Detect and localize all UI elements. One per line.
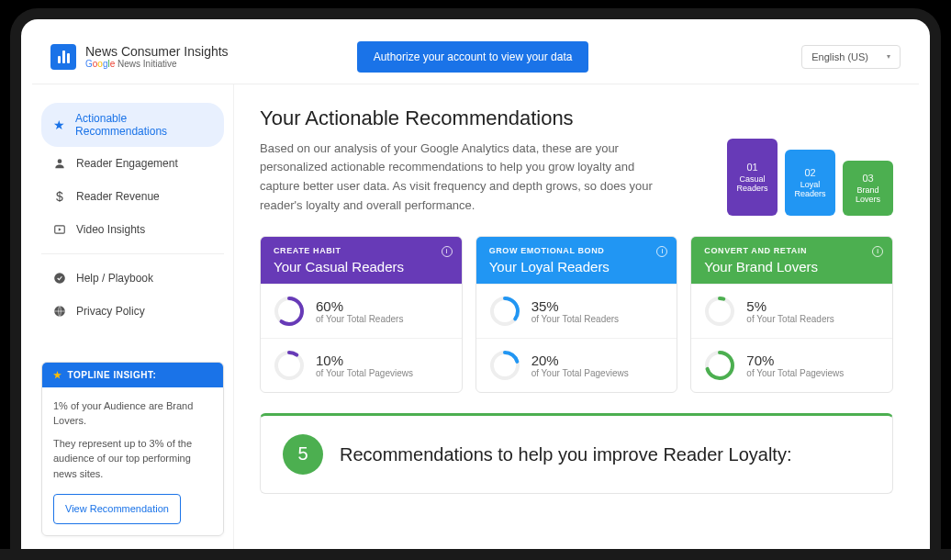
segment-tiles: 01Casual Readers 02Loyal Readers 03Brand… [727, 106, 893, 216]
stat-value: 60% [316, 298, 403, 314]
segment-cards: CREATE HABITYour Casual Readersi60%of Yo… [260, 236, 893, 393]
stat-label: of Your Total Pageviews [746, 368, 844, 378]
card-category: CONVERT AND RETAIN [704, 246, 879, 255]
nav-reader-engagement[interactable]: Reader Engagement [41, 147, 224, 180]
segment-card: CREATE HABITYour Casual Readersi60%of Yo… [260, 236, 463, 393]
svg-point-0 [58, 159, 62, 163]
stat-value: 35% [531, 298, 619, 314]
stat-label: of Your Total Readers [316, 314, 403, 324]
recommendations-section: 5 Recommendations to help you improve Re… [260, 413, 893, 494]
segment-card: CONVERT AND RETAINYour Brand Loversi5%of… [690, 236, 893, 393]
nav-label: Reader Revenue [76, 190, 160, 203]
card-title: Your Loyal Readers [489, 259, 665, 274]
topline-insight-card: ★ TOPLINE INSIGHT: 1% of your Audience a… [41, 362, 224, 536]
card-title: Your Brand Lovers [704, 259, 879, 274]
svg-point-6 [276, 353, 302, 378]
tile-casual-readers[interactable]: 01Casual Readers [727, 139, 778, 216]
main-content: Your Actionable Recommendations Based on… [234, 84, 919, 549]
svg-point-12 [707, 298, 733, 324]
tile-brand-lovers[interactable]: 03Brand Lovers [843, 161, 893, 216]
globe-icon [52, 304, 67, 319]
brand-title: News Consumer Insights [85, 44, 229, 59]
nav-video-insights[interactable]: Video Insights [41, 213, 224, 246]
stat-row: 70%of Your Total Pageviews [691, 338, 892, 392]
segment-card: GROW EMOTIONAL BONDYour Loyal Readersi35… [476, 236, 678, 393]
app-header: News Consumer Insights Google News Initi… [32, 30, 919, 84]
progress-ring-icon [274, 350, 305, 381]
info-icon[interactable]: i [442, 246, 453, 257]
nav-help-playbook[interactable]: Help / Playbook [41, 262, 224, 295]
check-circle-icon [52, 271, 67, 286]
nav-actionable-recommendations[interactable]: ★ Actionable Recommendations [41, 103, 224, 147]
card-category: CREATE HABIT [274, 246, 449, 255]
language-selector[interactable]: English (US) [801, 45, 901, 69]
stat-value: 20% [531, 353, 629, 368]
stat-row: 35%of Your Total Readers [476, 284, 677, 338]
info-icon[interactable]: i [656, 246, 667, 257]
card-category: GROW EMOTIONAL BOND [489, 246, 665, 255]
stat-row: 60%of Your Total Readers [261, 284, 462, 338]
nav-label: Actionable Recommendations [75, 112, 213, 138]
card-title: Your Casual Readers [274, 259, 449, 274]
nav-label: Privacy Policy [76, 305, 145, 318]
page-title: Your Actionable Recommendations [260, 106, 699, 130]
nav-label: Video Insights [76, 223, 145, 236]
nav-label: Reader Engagement [76, 157, 178, 170]
info-icon[interactable]: i [872, 246, 883, 257]
view-recommendation-button[interactable]: View Recommendation [53, 494, 181, 524]
tile-loyal-readers[interactable]: 02Loyal Readers [785, 150, 835, 216]
recommendations-title: Recommendations to help you improve Read… [340, 442, 791, 466]
play-icon [52, 222, 67, 237]
stat-label: of Your Total Readers [531, 314, 619, 324]
authorize-button[interactable]: Authorize your account to view your data [357, 41, 589, 73]
logo-icon [50, 44, 76, 70]
nav-divider [41, 253, 224, 254]
progress-ring-icon [274, 296, 305, 327]
stat-value: 5% [746, 298, 834, 314]
stat-value: 70% [746, 353, 844, 368]
dollar-icon: $ [52, 189, 67, 204]
stat-value: 10% [316, 353, 413, 368]
insight-text-2: They represent up to 3% of the audience … [53, 436, 212, 482]
star-icon: ★ [52, 118, 66, 132]
stat-label: of Your Total Readers [746, 314, 834, 324]
insight-text-1: 1% of your Audience are Brand Lovers. [53, 398, 212, 429]
page-description: Based on our analysis of your Google Ana… [260, 140, 655, 216]
nav-reader-revenue[interactable]: $ Reader Revenue [41, 180, 224, 213]
star-icon: ★ [53, 370, 62, 380]
progress-ring-icon [704, 350, 735, 381]
brand-subtitle: Google News Initiative [85, 59, 229, 69]
stat-label: of Your Total Pageviews [316, 368, 413, 378]
stat-row: 5%of Your Total Readers [691, 284, 892, 338]
progress-ring-icon [489, 350, 520, 381]
sidebar: ★ Actionable Recommendations Reader Enga… [32, 84, 234, 549]
stat-row: 10%of Your Total Pageviews [261, 338, 462, 392]
progress-ring-icon [489, 296, 520, 327]
nav-privacy-policy[interactable]: Privacy Policy [41, 295, 224, 328]
brand: News Consumer Insights Google News Initi… [85, 44, 229, 69]
stat-label: of Your Total Pageviews [531, 368, 629, 378]
stat-row: 20%of Your Total Pageviews [476, 338, 677, 392]
recommendation-count-badge: 5 [283, 434, 323, 475]
nav-label: Help / Playbook [76, 272, 153, 285]
insight-heading: ★ TOPLINE INSIGHT: [42, 363, 223, 387]
progress-ring-icon [704, 296, 735, 327]
person-icon [52, 156, 67, 171]
svg-point-2 [54, 273, 65, 284]
